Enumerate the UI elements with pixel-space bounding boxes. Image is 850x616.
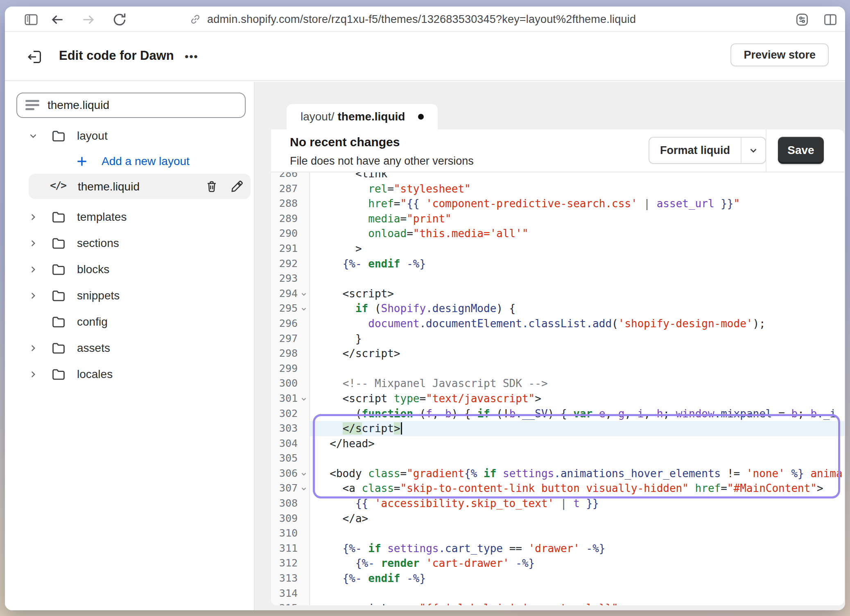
line-number: 297: [271, 331, 310, 346]
code-line[interactable]: 302 (function (f, b) { if (!b.__SV) { va…: [271, 406, 844, 421]
code-line[interactable]: 308 {{ 'accessibility.skip_to_text' | t …: [271, 496, 844, 511]
code-text: <script src="{{ 'global.js' | asset_url …: [310, 601, 844, 605]
folder-label: layout: [77, 129, 108, 143]
code-line[interactable]: 298 </script>: [271, 346, 844, 361]
code-text: [310, 271, 844, 286]
code-text: </script>: [310, 346, 844, 361]
rename-file-icon[interactable]: [230, 179, 245, 194]
save-button[interactable]: Save: [778, 137, 824, 164]
code-line[interactable]: 306 <body class="gradient{% if settings.…: [271, 466, 844, 481]
sidebar-toggle-icon[interactable]: [22, 11, 40, 29]
code-line[interactable]: 286 <link: [271, 172, 844, 181]
code-line[interactable]: 295 if (Shopify.designMode) {: [271, 301, 844, 316]
line-number: 307: [271, 481, 310, 496]
chevron-down-icon[interactable]: [28, 131, 40, 141]
sidebar-item-assets[interactable]: assets: [5, 335, 254, 361]
code-line[interactable]: 297 }: [271, 331, 844, 346]
code-line[interactable]: 289 media="print": [271, 211, 844, 226]
format-dropdown-button[interactable]: [741, 138, 765, 163]
fold-chevron-icon[interactable]: [298, 468, 308, 478]
back-icon[interactable]: [48, 11, 66, 29]
sidebar-item-config[interactable]: config: [5, 309, 254, 335]
sidebar-item-blocks[interactable]: blocks: [5, 256, 254, 283]
code-line[interactable]: 293: [271, 271, 844, 286]
sidebar-item-sections[interactable]: sections: [5, 230, 254, 256]
line-number: 286: [271, 172, 310, 181]
code-line[interactable]: 309 </a>: [271, 511, 844, 526]
code-line[interactable]: 299: [271, 361, 844, 376]
code-text: </head>: [310, 436, 844, 451]
code-text: [310, 526, 844, 541]
forward-icon[interactable]: [79, 11, 97, 29]
split-view-icon[interactable]: [821, 11, 839, 29]
file-filter-box[interactable]: [16, 93, 246, 118]
code-line[interactable]: 301 <script type="text/javascript">: [271, 391, 844, 406]
code-line[interactable]: 290 onload="this.media='all'": [271, 226, 844, 241]
sidebar-item-templates[interactable]: templates: [5, 204, 254, 230]
line-number: 308: [271, 496, 310, 511]
chevron-right-icon[interactable]: [28, 212, 40, 222]
folder-icon: [51, 236, 67, 251]
code-line[interactable]: 288 href="{{ 'component-predictive-searc…: [271, 196, 844, 211]
chevron-right-icon[interactable]: [28, 264, 40, 275]
code-line[interactable]: 303 </script>: [271, 421, 844, 436]
code-line[interactable]: 311 {%- if settings.cart_type == 'drawer…: [271, 541, 844, 556]
tab-theme-liquid[interactable]: layout/theme.liquid: [287, 104, 438, 129]
code-line[interactable]: 300 <!-- Mixpanel Javascript SDK -->: [271, 376, 844, 391]
more-actions-button[interactable]: •••: [180, 48, 203, 66]
code-line[interactable]: 296 document.documentElement.classList.a…: [271, 316, 844, 331]
code-text: {%- render 'cart-drawer' -%}: [310, 556, 844, 571]
line-number: 302: [271, 406, 310, 421]
address-bar[interactable]: admin.shopify.com/store/rzq1xu-f5/themes…: [189, 7, 636, 32]
preview-store-button[interactable]: Preview store: [730, 43, 829, 66]
folder-label: config: [77, 315, 108, 328]
code-line[interactable]: 291 >: [271, 241, 844, 256]
line-number: 313: [271, 571, 310, 586]
tab-file-name: theme.liquid: [338, 110, 405, 123]
code-line[interactable]: 305: [271, 451, 844, 466]
code-line[interactable]: 310: [271, 526, 844, 541]
line-number: 305: [271, 451, 310, 466]
line-number: 299: [271, 361, 310, 376]
page-title: Edit code for Dawn: [59, 48, 174, 63]
code-line[interactable]: 304 </head>: [271, 436, 844, 451]
page-settings-icon[interactable]: [793, 11, 811, 29]
code-line[interactable]: 312 {%- render 'cart-drawer' -%}: [271, 556, 844, 571]
line-number: 315: [271, 601, 310, 605]
file-label: theme.liquid: [78, 180, 140, 193]
line-number: 291: [271, 241, 310, 256]
code-line[interactable]: 313 {%- endif -%}: [271, 571, 844, 586]
code-editor[interactable]: 286 <link287 rel="stylesheet"288 href="{…: [271, 172, 844, 605]
code-line[interactable]: 294 <script>: [271, 286, 844, 301]
sidebar-item-locales[interactable]: locales: [5, 361, 254, 387]
code-text: onload="this.media='all'": [310, 226, 844, 241]
browser-toolbar: admin.shopify.com/store/rzq1xu-f5/themes…: [5, 7, 845, 32]
fold-chevron-icon[interactable]: [298, 482, 308, 492]
fold-chevron-icon[interactable]: [298, 288, 308, 298]
code-line[interactable]: 307 <a class="skip-to-content-link butto…: [271, 481, 844, 496]
file-sidebar: layoutAdd a new layout</>theme.liquidtem…: [5, 82, 254, 610]
code-line[interactable]: 315 <script src="{{ 'global.js' | asset_…: [271, 601, 844, 605]
chevron-right-icon[interactable]: [28, 343, 40, 353]
file-filter-input[interactable]: [47, 99, 228, 112]
chevron-right-icon[interactable]: [28, 238, 40, 249]
sidebar-item-snippets[interactable]: snippets: [5, 283, 254, 309]
add-new-layout-link[interactable]: Add a new layout: [5, 149, 254, 174]
code-text: <a class="skip-to-content-link button vi…: [310, 481, 844, 496]
delete-file-icon[interactable]: [205, 179, 219, 194]
line-number: 303: [271, 421, 310, 436]
code-line[interactable]: 287 rel="stylesheet": [271, 181, 844, 197]
chevron-down-icon: [748, 145, 759, 156]
exit-editor-icon[interactable]: [25, 47, 45, 67]
format-liquid-button[interactable]: Format liquid: [649, 137, 766, 164]
chevron-right-icon[interactable]: [28, 290, 40, 301]
sidebar-item-layout[interactable]: layout: [5, 123, 254, 149]
reload-icon[interactable]: [111, 11, 129, 29]
folder-icon: [51, 209, 67, 225]
code-line[interactable]: 292 {%- endif -%}: [271, 256, 844, 272]
chevron-right-icon[interactable]: [28, 369, 40, 380]
fold-chevron-icon[interactable]: [298, 303, 308, 313]
code-text: media="print": [310, 211, 844, 226]
code-line[interactable]: 314: [271, 586, 844, 601]
fold-chevron-icon[interactable]: [298, 393, 308, 403]
